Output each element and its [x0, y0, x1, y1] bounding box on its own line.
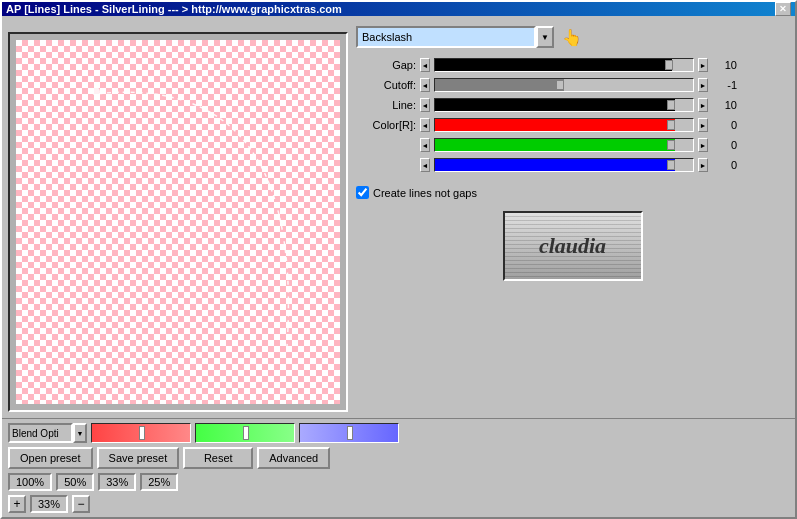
main-window: AP [Lines] Lines - SilverLining --- > ht… — [0, 0, 797, 519]
zoom-controls-row: + 33% − — [8, 495, 789, 513]
line-slider-row: Line: ◄ ► 10 — [356, 96, 789, 114]
colorR-value: 0 — [712, 119, 737, 131]
colorG-slider-left[interactable]: ◄ — [420, 138, 430, 152]
gap-label: Gap: — [356, 59, 416, 71]
colorR-slider-row: Color[R]: ◄ ► 0 — [356, 116, 789, 134]
gap-slider-track[interactable] — [434, 58, 694, 72]
bottom-controls: Blend Opti ▼ Open preset Save preset Res… — [2, 418, 795, 517]
colorB-slider-row: ◄ ► 0 — [356, 156, 789, 174]
zoom-minus-btn[interactable]: − — [72, 495, 90, 513]
blend-dropdown-arrow[interactable]: ▼ — [73, 423, 87, 443]
preview-text-area: claudia — [505, 213, 641, 279]
line-slider-left[interactable]: ◄ — [420, 98, 430, 112]
colorB-slider-track[interactable] — [434, 158, 694, 172]
colorG-slider-right[interactable]: ► — [698, 138, 708, 152]
save-preset-button[interactable]: Save preset — [97, 447, 180, 469]
zoom-50[interactable]: 50% — [56, 473, 94, 491]
blend-select-container: Blend Opti ▼ — [8, 423, 87, 443]
brush-dropdown[interactable]: Backslash — [356, 26, 536, 48]
colorG-slider-track[interactable] — [434, 138, 694, 152]
gap-value: 10 — [712, 59, 737, 71]
title-bar: AP [Lines] Lines - SilverLining --- > ht… — [2, 2, 795, 16]
close-button[interactable]: ✕ — [775, 2, 791, 16]
zoom-plus-btn[interactable]: + — [8, 495, 26, 513]
zoom-row: 100% 50% 33% 25% — [8, 473, 789, 491]
cutoff-slider-right[interactable]: ► — [698, 78, 708, 92]
svg-point-0 — [92, 88, 100, 96]
preview-claudia-text: claudia — [539, 233, 606, 259]
cutoff-slider-row: Cutoff: ◄ ► -1 — [356, 76, 789, 94]
title-bar-controls: ✕ — [775, 2, 791, 16]
title-bar-text: AP [Lines] Lines - SilverLining --- > ht… — [6, 3, 342, 15]
cutoff-value: -1 — [712, 79, 737, 91]
preview-img-box: claudia — [503, 211, 643, 281]
dropdown-row: Backslash ▼ 👆 — [356, 26, 789, 48]
preset-buttons-row: Open preset Save preset Reset Advanced — [8, 447, 789, 469]
preview-panel — [8, 32, 348, 412]
arc-preview — [10, 34, 346, 410]
red-blend-slider[interactable] — [91, 423, 191, 443]
dropdown-arrow-btn[interactable]: ▼ — [536, 26, 554, 48]
preview-inner — [10, 34, 346, 410]
zoom-100[interactable]: 100% — [8, 473, 52, 491]
checkbox-row: Create lines not gaps — [356, 186, 789, 199]
zoom-current: 33% — [30, 495, 68, 513]
colorR-slider-track[interactable] — [434, 118, 694, 132]
line-value: 10 — [712, 99, 737, 111]
hand-pointer-icon: 👆 — [562, 28, 582, 47]
content-area: Backslash ▼ 👆 Gap: ◄ ► 10 — [2, 16, 795, 418]
zoom-25[interactable]: 25% — [140, 473, 178, 491]
line-slider-right[interactable]: ► — [698, 98, 708, 112]
zoom-33[interactable]: 33% — [98, 473, 136, 491]
controls-panel: Backslash ▼ 👆 Gap: ◄ ► 10 — [356, 22, 789, 412]
create-lines-checkbox[interactable] — [356, 186, 369, 199]
colorB-value: 0 — [712, 159, 737, 171]
line-label: Line: — [356, 99, 416, 111]
green-blend-slider[interactable] — [195, 423, 295, 443]
blend-options-row: Blend Opti ▼ — [8, 423, 789, 443]
sliders-section: Gap: ◄ ► 10 Cutoff: ◄ — [356, 56, 789, 174]
cutoff-slider-left[interactable]: ◄ — [420, 78, 430, 92]
preview-image-area: claudia — [356, 211, 789, 281]
gap-slider-row: Gap: ◄ ► 10 — [356, 56, 789, 74]
cutoff-slider-track[interactable] — [434, 78, 694, 92]
colorG-value: 0 — [712, 139, 737, 151]
gap-slider-left[interactable]: ◄ — [420, 58, 430, 72]
colorB-slider-right[interactable]: ► — [698, 158, 708, 172]
reset-button[interactable]: Reset — [183, 447, 253, 469]
colorR-label: Color[R]: — [356, 119, 416, 131]
colorB-slider-left[interactable]: ◄ — [420, 158, 430, 172]
colorR-slider-left[interactable]: ◄ — [420, 118, 430, 132]
advanced-button[interactable]: Advanced — [257, 447, 330, 469]
blend-mode-dropdown[interactable]: Blend Opti — [8, 423, 73, 443]
colorG-slider-row: ◄ ► 0 — [356, 136, 789, 154]
blue-blend-slider[interactable] — [299, 423, 399, 443]
gap-slider-right[interactable]: ► — [698, 58, 708, 72]
line-slider-track[interactable] — [434, 98, 694, 112]
cutoff-label: Cutoff: — [356, 79, 416, 91]
colorR-slider-right[interactable]: ► — [698, 118, 708, 132]
open-preset-button[interactable]: Open preset — [8, 447, 93, 469]
checkbox-label[interactable]: Create lines not gaps — [373, 187, 477, 199]
